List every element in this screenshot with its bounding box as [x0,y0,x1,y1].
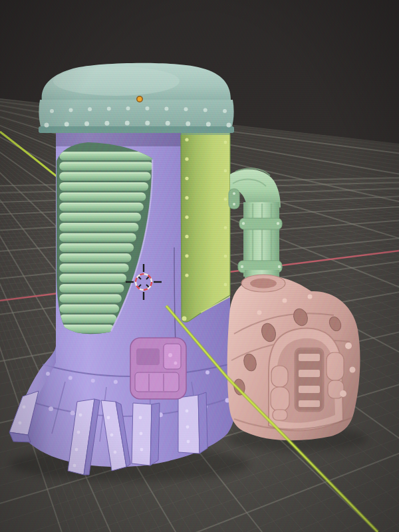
coil-tube [59,203,144,212]
viewport-3d[interactable] [0,0,399,532]
rivet [224,226,227,229]
rivet [77,431,80,434]
capsule-stack-left [271,366,289,420]
rivet [186,426,190,429]
rivet [68,108,72,112]
rivet [107,416,110,420]
arch-door [269,328,344,430]
rivet [227,123,231,128]
rivet [75,448,78,452]
rivet [206,122,211,126]
rivet [140,448,144,452]
rivet [79,414,82,417]
coil-tube [59,192,146,201]
rivet [164,106,168,110]
coil-tube [59,162,154,170]
coil-tube [59,233,136,242]
rivet [186,121,190,126]
rivet [114,451,117,454]
rivet [110,434,114,437]
coil-tube [59,263,129,273]
leg-right [178,392,207,454]
coil-tube [59,253,132,263]
rivet [23,406,26,409]
rivet [185,215,188,219]
rivet [145,106,149,110]
rivet [68,376,72,380]
rivet [185,177,188,180]
rivet [104,121,109,126]
coil-tube [59,284,124,293]
rivet [185,196,188,200]
coil-tube [59,243,134,253]
origin-dot [136,96,143,102]
rivet [70,411,75,416]
rivet [139,416,142,420]
rivet [224,255,227,258]
rivet [140,432,143,436]
rivet [84,121,89,126]
rivet [50,109,54,113]
coil-tube [59,172,151,182]
rivet [46,372,50,376]
console-box [130,338,186,399]
coil-tube [59,182,148,192]
rivet [185,273,188,277]
rivet [125,121,130,126]
rivet [186,410,189,413]
rivet [223,109,227,113]
rivet [65,122,69,126]
rivet [126,106,130,110]
rivet [166,121,170,126]
coil-tube [59,305,119,314]
leg-center [132,403,160,466]
rivet [107,106,111,110]
rivet [91,378,95,382]
coil-tube [59,152,154,161]
coil-tube [59,315,117,324]
rivet [88,107,92,111]
rivet [224,169,227,172]
rivet [185,138,188,141]
side-panel [181,130,230,322]
cap-dome [39,63,234,133]
rivet [185,235,188,238]
coil-tube [59,213,141,222]
rivet [224,283,227,287]
rivet [45,123,49,128]
coil-tube [59,274,126,283]
rivet [114,380,118,384]
rivet [185,254,188,257]
ladder-vent [295,348,323,411]
rivet [184,107,188,111]
rivet [19,422,22,425]
rivet [49,406,53,411]
rivet [73,464,76,467]
rivet [187,440,190,444]
viewport-canvas[interactable] [0,0,399,532]
coil-tube [59,223,139,232]
coil-tube [59,294,122,303]
rivet [185,158,188,161]
rivet [224,141,227,144]
rivet [224,198,227,201]
rivet [145,121,150,126]
rivet [205,370,209,374]
rivet [203,108,207,112]
